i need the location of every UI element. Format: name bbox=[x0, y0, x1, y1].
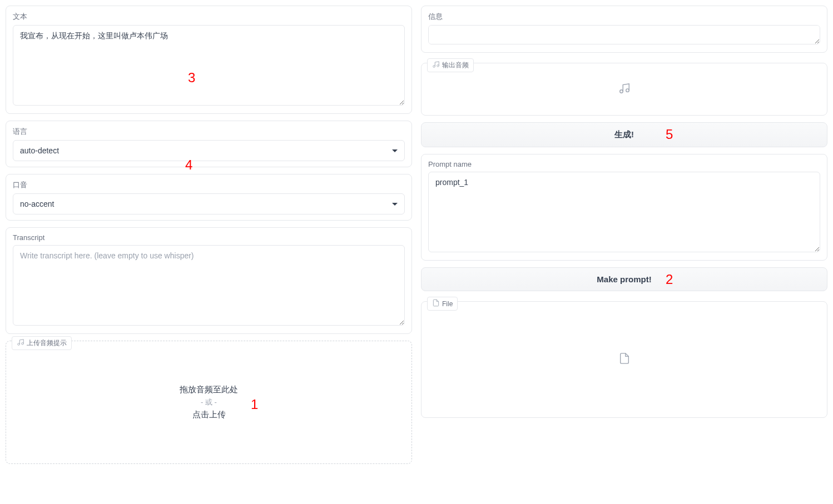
prompt-name-label: Prompt name bbox=[428, 160, 820, 168]
transcript-input[interactable] bbox=[13, 245, 405, 326]
svg-point-4 bbox=[619, 89, 623, 93]
language-value: auto-detect bbox=[20, 146, 59, 155]
make-prompt-wrapper: Make prompt! 2 bbox=[421, 267, 827, 291]
right-column: 信息 输出音频 生成! 5 Prompt name bbox=[421, 6, 827, 464]
info-panel: 信息 bbox=[421, 6, 827, 53]
transcript-panel: Transcript bbox=[6, 227, 412, 334]
upload-audio-panel[interactable]: 上传音频提示 拖放音频至此处 - 或 - 点击上传 1 bbox=[6, 341, 412, 464]
transcript-label: Transcript bbox=[13, 233, 405, 242]
file-tab: File bbox=[427, 297, 458, 311]
svg-point-1 bbox=[22, 343, 24, 345]
dropzone-line1: 拖放音频至此处 bbox=[180, 385, 238, 395]
left-column: 文本 3 语言 auto-detect 4 口音 no-accent bbox=[6, 6, 412, 464]
accent-panel: 口音 no-accent bbox=[6, 174, 412, 221]
accent-select[interactable]: no-accent bbox=[13, 193, 405, 214]
dropzone[interactable]: 拖放音频至此处 - 或 - 点击上传 bbox=[12, 347, 406, 458]
music-icon bbox=[432, 61, 440, 70]
music-icon bbox=[618, 82, 631, 97]
dropzone-line2: 点击上传 bbox=[192, 410, 226, 420]
svg-point-0 bbox=[18, 343, 20, 346]
text-input[interactable] bbox=[13, 25, 405, 106]
upload-audio-tab: 上传音频提示 bbox=[12, 336, 72, 350]
music-icon bbox=[17, 338, 24, 348]
file-label: File bbox=[442, 300, 453, 308]
output-audio-label: 输出音频 bbox=[442, 61, 469, 70]
prompt-name-panel: Prompt name bbox=[421, 154, 827, 261]
info-label: 信息 bbox=[428, 12, 820, 22]
language-label: 语言 bbox=[13, 127, 405, 137]
generate-button-wrapper: 生成! 5 bbox=[421, 122, 827, 147]
output-audio-panel: 输出音频 bbox=[421, 63, 827, 116]
text-panel: 文本 3 bbox=[6, 6, 412, 114]
language-panel: 语言 auto-detect 4 bbox=[6, 121, 412, 167]
info-input[interactable] bbox=[428, 25, 820, 44]
upload-tab-label: 上传音频提示 bbox=[27, 338, 67, 348]
prompt-name-input[interactable] bbox=[428, 172, 820, 252]
main-container: 文本 3 语言 auto-detect 4 口音 no-accent bbox=[6, 6, 827, 464]
language-select[interactable]: auto-detect bbox=[13, 140, 405, 161]
accent-value: no-accent bbox=[20, 199, 54, 208]
generate-button[interactable]: 生成! bbox=[421, 122, 827, 147]
chevron-down-icon bbox=[392, 149, 398, 152]
file-icon bbox=[432, 299, 440, 308]
output-audio-tab: 输出音频 bbox=[427, 58, 474, 72]
dropzone-or: - 或 - bbox=[201, 397, 217, 407]
svg-point-2 bbox=[433, 66, 435, 68]
file-panel: File bbox=[421, 301, 827, 418]
chevron-down-icon bbox=[392, 203, 398, 206]
svg-point-5 bbox=[626, 88, 629, 92]
make-prompt-button[interactable]: Make prompt! bbox=[421, 267, 827, 291]
svg-point-3 bbox=[437, 65, 439, 67]
file-icon bbox=[618, 352, 631, 367]
text-label: 文本 bbox=[13, 12, 405, 22]
accent-label: 口音 bbox=[13, 180, 405, 190]
